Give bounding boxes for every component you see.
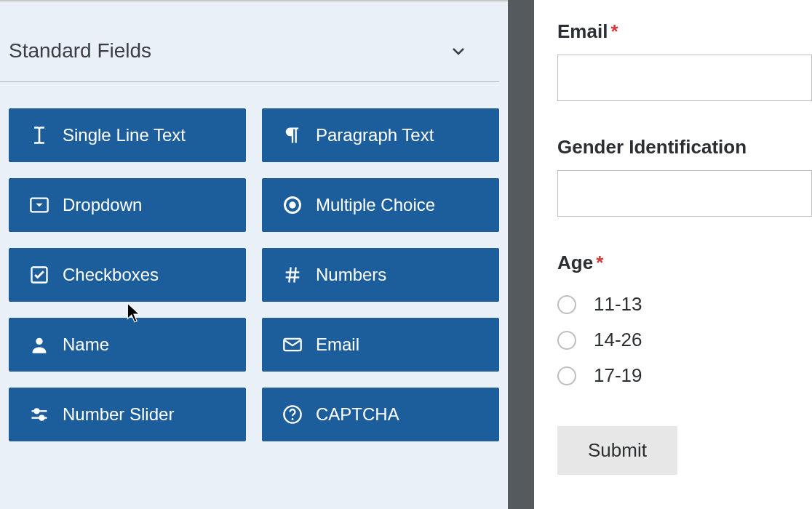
field-label: Multiple Choice <box>316 195 435 215</box>
hash-icon <box>282 265 303 285</box>
field-dropdown[interactable]: Dropdown <box>9 178 246 232</box>
age-option[interactable]: 11-13 <box>557 293 812 316</box>
field-single-line-text[interactable]: Single Line Text <box>9 108 246 162</box>
field-numbers[interactable]: Numbers <box>262 248 499 302</box>
field-grid: Single Line Text Paragraph Text Dropdown… <box>0 108 508 441</box>
gender-input[interactable] <box>557 170 812 217</box>
envelope-icon <box>282 334 303 355</box>
email-input[interactable] <box>557 55 812 101</box>
label-text: Age <box>557 252 593 273</box>
field-label: Name <box>63 334 109 355</box>
person-icon <box>29 334 49 355</box>
slider-icon <box>29 404 49 425</box>
field-label: Email <box>316 334 359 355</box>
field-label: Numbers <box>316 265 386 285</box>
field-label: CAPTCHA <box>316 404 399 425</box>
label-text: Gender Identification <box>557 136 747 158</box>
paragraph-icon <box>282 125 303 145</box>
radio-icon <box>557 331 576 350</box>
svg-line-7 <box>294 268 295 283</box>
section-header-standard-fields[interactable]: Standard Fields <box>0 1 499 82</box>
field-captcha[interactable]: CAPTCHA <box>262 388 499 441</box>
dropdown-icon <box>29 195 49 215</box>
age-option[interactable]: 14-26 <box>557 329 812 351</box>
field-label: Dropdown <box>63 195 142 215</box>
text-cursor-icon <box>29 125 49 145</box>
chevron-down-icon <box>450 42 467 60</box>
field-name[interactable]: Name <box>9 318 246 372</box>
svg-point-12 <box>35 409 39 413</box>
age-option[interactable]: 17-19 <box>557 364 812 387</box>
form-field-email: Email* <box>557 20 812 101</box>
field-multiple-choice[interactable]: Multiple Choice <box>262 178 499 232</box>
field-label: Single Line Text <box>63 125 186 145</box>
email-label: Email* <box>557 20 812 43</box>
field-email[interactable]: Email <box>262 318 499 372</box>
svg-point-13 <box>40 416 44 420</box>
form-field-age: Age* 11-13 14-26 17-19 <box>557 252 812 387</box>
form-preview: Email* Gender Identification Age* 11-13 <box>534 0 812 509</box>
required-asterisk: * <box>610 20 618 42</box>
submit-button[interactable]: Submit <box>557 426 677 475</box>
label-text: Email <box>557 20 608 42</box>
svg-point-2 <box>289 201 295 208</box>
field-label: Number Slider <box>63 404 174 425</box>
age-radio-list: 11-13 14-26 17-19 <box>557 293 812 387</box>
section-title: Standard Fields <box>9 39 151 63</box>
svg-point-15 <box>292 418 294 420</box>
field-number-slider[interactable]: Number Slider <box>9 388 246 441</box>
svg-point-8 <box>36 338 42 345</box>
radio-label: 14-26 <box>594 329 642 351</box>
age-label: Age* <box>557 252 812 274</box>
field-paragraph-text[interactable]: Paragraph Text <box>262 108 499 162</box>
fields-panel: Standard Fields Single Line Text Paragra… <box>0 0 508 509</box>
checkbox-icon <box>29 265 49 285</box>
radio-icon <box>557 366 576 385</box>
field-label: Checkboxes <box>63 265 159 285</box>
field-checkboxes[interactable]: Checkboxes <box>9 248 246 302</box>
radio-icon <box>282 195 303 215</box>
question-icon <box>282 404 303 425</box>
radio-icon <box>557 295 576 314</box>
radio-label: 17-19 <box>594 364 642 387</box>
gender-label: Gender Identification <box>557 136 812 159</box>
radio-label: 11-13 <box>594 293 642 316</box>
required-asterisk: * <box>596 252 603 273</box>
panel-divider <box>508 0 534 509</box>
field-label: Paragraph Text <box>316 125 434 145</box>
svg-line-6 <box>289 268 290 283</box>
form-field-gender: Gender Identification <box>557 136 812 217</box>
